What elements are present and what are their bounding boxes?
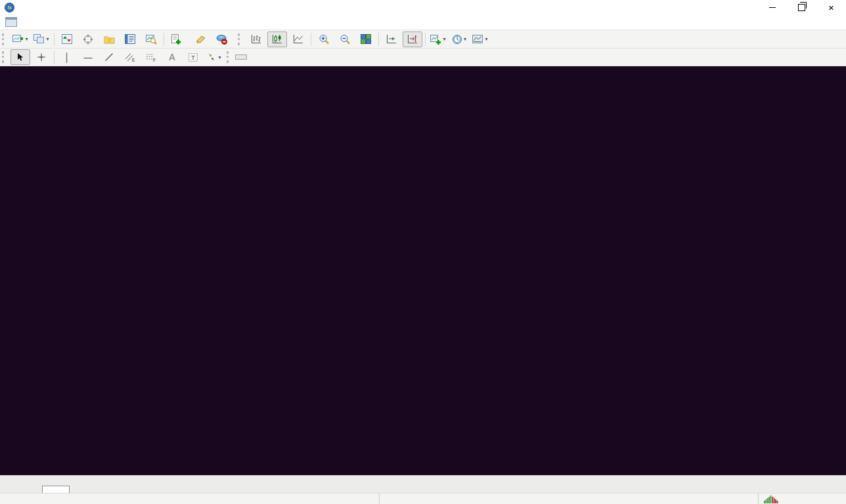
navigator-button[interactable]	[99, 32, 119, 47]
menu-charts[interactable]	[66, 20, 80, 24]
strategy-tester-button[interactable]	[141, 32, 161, 47]
svg-text:fx: fx	[8, 5, 12, 10]
status-profile[interactable]	[379, 494, 758, 504]
timeframe-m15-button[interactable]	[261, 54, 273, 60]
minimize-icon	[769, 7, 776, 8]
auto-scroll-button[interactable]	[382, 32, 401, 47]
templates-button[interactable]: ▾	[470, 32, 490, 47]
toolbar-separator	[425, 33, 426, 46]
horizontal-line-icon: —	[84, 52, 93, 62]
autotrading-button[interactable]	[212, 32, 235, 47]
menu-window[interactable]	[95, 20, 109, 24]
timeframe-d1-button[interactable]	[314, 54, 326, 60]
toolbar-grip[interactable]	[227, 51, 232, 63]
mt4-window: fx × ▾ ▾	[0, 0, 846, 504]
timeframe-m5-button[interactable]	[248, 54, 260, 60]
zoom-in-icon	[319, 34, 330, 45]
fibonacci-button[interactable]: F	[141, 49, 161, 65]
new-order-button[interactable]	[167, 32, 190, 47]
minimize-button[interactable]	[757, 0, 787, 14]
toolbar-separator	[378, 33, 379, 46]
timeframe-mn-button[interactable]	[340, 54, 352, 60]
periods-button[interactable]: ▾	[449, 32, 469, 47]
metaeditor-button[interactable]	[191, 32, 211, 47]
market-watch-icon	[62, 34, 72, 44]
status-help-text	[0, 494, 379, 504]
data-window-button[interactable]	[78, 32, 98, 47]
crosshair-icon	[37, 52, 46, 62]
text-label-button[interactable]: T	[183, 49, 203, 65]
timeframe-m1-button[interactable]	[235, 54, 247, 60]
profiles-button[interactable]: ▾	[32, 32, 51, 47]
new-chart-button[interactable]: ▾	[11, 32, 30, 47]
line-chart-type-button[interactable]	[288, 32, 308, 47]
line-studies-toolbar: │ — E F A T ▾	[0, 49, 846, 66]
timeframe-w1-button[interactable]	[327, 54, 339, 60]
close-button[interactable]: ×	[816, 0, 846, 14]
text-button[interactable]: A	[162, 49, 182, 65]
menu-insert[interactable]	[51, 20, 66, 24]
candlestick-type-icon	[272, 34, 282, 44]
line-chart-type-icon	[293, 34, 303, 44]
toolbar-separator	[311, 33, 311, 46]
tab-eurusd-m1-active[interactable]	[42, 486, 70, 493]
restore-button[interactable]	[787, 0, 816, 14]
toolbar-grip[interactable]	[238, 33, 243, 45]
restore-icon	[798, 4, 805, 11]
autotrading-icon	[216, 34, 227, 45]
cursor-button[interactable]	[11, 49, 30, 65]
periods-icon	[452, 34, 462, 45]
terminal-button[interactable]	[120, 32, 140, 47]
chart-area	[0, 66, 846, 475]
chevron-down-icon: ▾	[46, 36, 49, 42]
bar-chart-type-icon	[251, 34, 261, 44]
toolbar-separator	[54, 33, 55, 46]
tab-eurusd-m1[interactable]	[0, 487, 21, 493]
cursor-icon	[16, 52, 24, 62]
zoom-out-icon	[340, 34, 351, 45]
chart-shift-button[interactable]	[403, 32, 422, 47]
zoom-out-button[interactable]	[335, 32, 355, 47]
chevron-down-icon: ▾	[218, 54, 221, 60]
menu-tools[interactable]	[80, 20, 95, 24]
crosshair-button[interactable]	[32, 49, 51, 65]
equidistant-channel-button[interactable]: E	[120, 49, 140, 65]
chevron-down-icon: ▾	[443, 36, 445, 42]
menu-view[interactable]	[37, 20, 51, 24]
tile-windows-icon	[361, 34, 371, 44]
menu-help[interactable]	[109, 20, 123, 24]
arrows-button[interactable]: ▾	[204, 49, 224, 65]
toolbar-separator	[164, 33, 164, 46]
chevron-down-icon: ▾	[485, 36, 487, 42]
status-bar	[0, 493, 846, 504]
arrows-icon	[207, 52, 217, 62]
menu-file[interactable]	[22, 20, 37, 24]
market-watch-button[interactable]	[57, 32, 77, 47]
chart-window-icon[interactable]	[5, 17, 17, 27]
navigator-icon	[104, 34, 115, 44]
tile-windows-button[interactable]	[356, 32, 376, 47]
timeframe-m30-button[interactable]	[275, 54, 286, 60]
status-traffic	[758, 494, 846, 504]
standard-toolbar: ▾ ▾	[0, 30, 846, 49]
fibonacci-icon: F	[146, 52, 156, 62]
tab-usdjpy-m1[interactable]	[21, 487, 42, 493]
indicators-icon	[430, 34, 441, 45]
profiles-icon	[33, 34, 45, 44]
horizontal-line-button[interactable]: —	[78, 49, 98, 65]
chevron-down-icon: ▾	[25, 36, 28, 42]
trendline-button[interactable]	[99, 49, 119, 65]
chart-canvas[interactable]	[0, 66, 846, 475]
timeframe-h1-button[interactable]	[288, 54, 300, 60]
timeframe-h4-button[interactable]	[301, 54, 313, 60]
bar-chart-type-button[interactable]	[246, 32, 266, 47]
indicators-button[interactable]: ▾	[428, 32, 448, 47]
toolbar-grip[interactable]	[2, 33, 7, 45]
toolbar-grip[interactable]	[2, 51, 7, 63]
candlestick-type-button[interactable]	[267, 32, 287, 47]
zoom-in-button[interactable]	[314, 32, 334, 47]
text-icon: A	[169, 52, 175, 62]
menu-bar	[0, 14, 846, 30]
vertical-line-button[interactable]: │	[57, 49, 77, 65]
auto-scroll-icon	[386, 34, 397, 44]
